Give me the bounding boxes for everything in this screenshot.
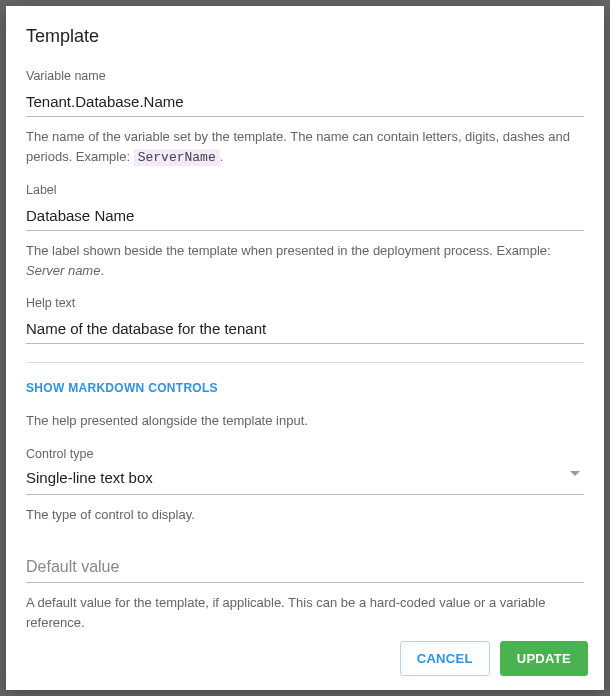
label-help-em: Server name: [26, 263, 100, 278]
label-input[interactable]: [26, 203, 584, 231]
cancel-button[interactable]: CANCEL: [400, 641, 490, 676]
control-type-help: The type of control to display.: [26, 505, 584, 525]
control-type-label: Control type: [26, 447, 584, 461]
dialog-footer: CANCEL UPDATE: [6, 629, 604, 690]
label-field-label: Label: [26, 183, 584, 197]
variable-name-help: The name of the variable set by the temp…: [26, 127, 584, 167]
help-text-input[interactable]: [26, 316, 584, 344]
chevron-down-icon: [570, 471, 580, 476]
default-value-section: A default value for the template, if app…: [26, 554, 584, 629]
label-section: Label The label shown beside the templat…: [26, 183, 584, 280]
variable-name-section: Variable name The name of the variable s…: [26, 69, 584, 167]
label-help: The label shown beside the template when…: [26, 241, 584, 280]
default-value-help: A default value for the template, if app…: [26, 593, 584, 629]
dialog-body: Template Variable name The name of the v…: [6, 6, 604, 629]
template-dialog: Template Variable name The name of the v…: [6, 6, 604, 690]
variable-name-input[interactable]: [26, 89, 584, 117]
control-type-value: Single-line text box: [26, 467, 584, 488]
control-type-section: Control type Single-line text box The ty…: [26, 447, 584, 525]
dialog-title: Template: [26, 26, 584, 47]
help-text-divider: [26, 362, 584, 363]
variable-name-help-code: ServerName: [134, 149, 220, 166]
update-button[interactable]: UPDATE: [500, 641, 588, 676]
help-text-help: The help presented alongside the templat…: [26, 411, 584, 431]
help-text-label: Help text: [26, 296, 584, 310]
control-type-select[interactable]: Single-line text box: [26, 467, 584, 495]
show-markdown-controls-button[interactable]: SHOW MARKDOWN CONTROLS: [26, 375, 218, 401]
help-text-section: Help text SHOW MARKDOWN CONTROLS The hel…: [26, 296, 584, 431]
default-value-input[interactable]: [26, 554, 584, 583]
variable-name-label: Variable name: [26, 69, 584, 83]
